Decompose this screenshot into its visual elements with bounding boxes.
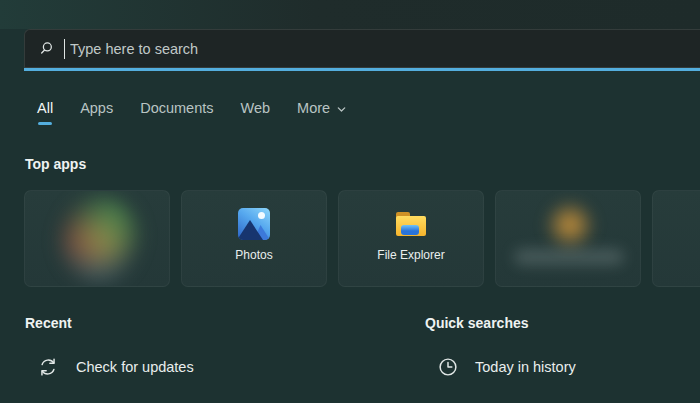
photos-mountains-glyph bbox=[238, 208, 270, 240]
tab-web[interactable]: Web bbox=[241, 100, 271, 125]
search-input[interactable] bbox=[65, 41, 700, 57]
folder-clip-glyph bbox=[401, 225, 419, 235]
quick-search-item-today-in-history[interactable]: Today in history bbox=[437, 356, 576, 378]
refresh-icon bbox=[37, 356, 59, 378]
chevron-down-icon bbox=[336, 104, 347, 115]
clock-icon bbox=[437, 356, 459, 378]
backdrop-strip bbox=[0, 0, 700, 29]
top-apps-heading: Top apps bbox=[25, 156, 86, 172]
quick-searches-heading: Quick searches bbox=[425, 315, 529, 331]
blurred-app-icon bbox=[544, 197, 596, 253]
recent-item-label: Check for updates bbox=[76, 359, 194, 375]
file-explorer-icon bbox=[395, 208, 427, 240]
recent-item-check-for-updates[interactable]: Check for updates bbox=[37, 356, 194, 378]
tab-documents[interactable]: Documents bbox=[140, 100, 213, 125]
app-tile-blurred-1[interactable] bbox=[24, 190, 170, 287]
recent-heading: Recent bbox=[25, 315, 72, 331]
search-filter-tabs: All Apps Documents Web More bbox=[37, 100, 347, 125]
active-tab-indicator bbox=[38, 122, 52, 125]
tab-more-label: More bbox=[297, 100, 330, 116]
app-tile-file-explorer[interactable]: File Explorer bbox=[338, 190, 484, 287]
tile-label: File Explorer bbox=[377, 248, 444, 262]
search-accent-underline bbox=[24, 68, 700, 71]
app-tile-partial[interactable] bbox=[652, 190, 700, 287]
tab-all-label: All bbox=[37, 100, 53, 116]
tab-apps[interactable]: Apps bbox=[80, 100, 113, 125]
tab-documents-label: Documents bbox=[140, 100, 213, 116]
search-bar[interactable] bbox=[24, 29, 700, 68]
tab-web-label: Web bbox=[241, 100, 271, 116]
photos-icon bbox=[238, 208, 270, 240]
blurred-app-label bbox=[514, 249, 624, 265]
app-tile-photos[interactable]: Photos bbox=[181, 190, 327, 287]
search-icon bbox=[38, 40, 55, 57]
blurred-app-icon bbox=[60, 196, 140, 284]
tab-all[interactable]: All bbox=[37, 100, 53, 125]
quick-search-item-label: Today in history bbox=[475, 359, 576, 375]
tab-more[interactable]: More bbox=[297, 100, 347, 125]
top-apps-grid: Photos File Explorer bbox=[24, 190, 700, 287]
tab-apps-label: Apps bbox=[80, 100, 113, 116]
app-tile-blurred-2[interactable] bbox=[495, 190, 641, 287]
tile-label: Photos bbox=[235, 248, 272, 262]
